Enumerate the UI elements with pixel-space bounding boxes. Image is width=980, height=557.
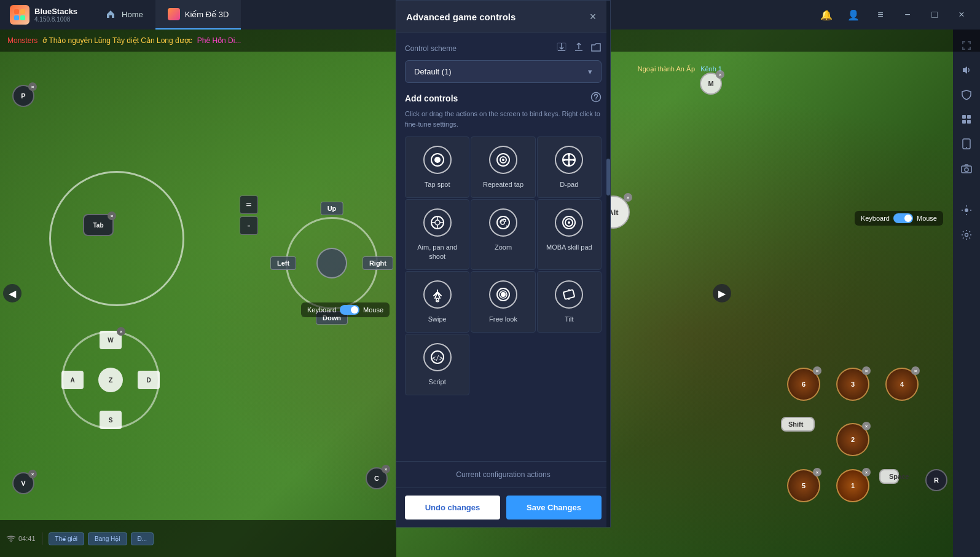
d-key[interactable]: D bbox=[138, 371, 160, 389]
w-key[interactable]: × W bbox=[100, 331, 122, 349]
r-key-badge[interactable]: R bbox=[925, 469, 947, 491]
kb-mouse-toggle-left[interactable]: Keyboard Mouse bbox=[301, 302, 390, 317]
s-key[interactable]: S bbox=[100, 411, 122, 429]
scheme-dropdown[interactable]: Default (1) ▾ bbox=[405, 60, 602, 83]
panel-close-button[interactable]: × bbox=[586, 9, 600, 24]
joystick-circle[interactable] bbox=[49, 171, 184, 306]
swipe-icon bbox=[423, 280, 452, 309]
m-key-badge[interactable]: × M bbox=[700, 73, 722, 95]
mouse-label-left: Mouse bbox=[363, 306, 383, 314]
skill-2-close[interactable]: × bbox=[862, 422, 871, 430]
skill-4-close[interactable]: × bbox=[911, 366, 920, 375]
user-icon[interactable]: 👤 bbox=[845, 6, 862, 23]
skill-4[interactable]: × 4 bbox=[885, 368, 919, 401]
skill-2[interactable]: × 2 bbox=[836, 423, 869, 456]
skill-6-label: 6 bbox=[802, 381, 806, 388]
bottom-thegoi-btn[interactable]: Thế giới bbox=[49, 532, 84, 545]
control-tilt[interactable]: Tilt bbox=[537, 271, 602, 333]
right-arrow[interactable]: Right bbox=[363, 256, 393, 270]
tab-game[interactable]: Kiếm Đế 3D bbox=[155, 0, 241, 30]
v-key-close[interactable]: × bbox=[28, 470, 37, 478]
v-key-badge[interactable]: × V bbox=[12, 472, 34, 494]
wasd-dpad[interactable]: × W S A D Z bbox=[61, 331, 160, 429]
control-aim-pan-shoot[interactable]: Aim, pan and shoot bbox=[405, 199, 469, 270]
mouse-label-right: Mouse bbox=[917, 215, 937, 222]
toggle-knob-right bbox=[904, 215, 912, 222]
p-key-close[interactable]: × bbox=[28, 82, 37, 91]
up-arrow[interactable]: Up bbox=[321, 202, 343, 215]
undo-changes-button[interactable]: Undo changes bbox=[405, 496, 500, 519]
add-controls-help-icon[interactable] bbox=[590, 92, 602, 105]
scheme-upload-icon[interactable] bbox=[573, 42, 584, 55]
tab-home[interactable]: Home bbox=[92, 0, 155, 30]
left-arrow[interactable]: Left bbox=[270, 256, 296, 270]
svg-rect-1 bbox=[20, 9, 25, 14]
svg-point-28 bbox=[568, 154, 570, 156]
skill-3[interactable]: × 3 bbox=[836, 368, 869, 401]
control-dpad[interactable]: D-pad bbox=[537, 136, 602, 198]
arrow-center bbox=[316, 248, 347, 278]
skill-4-label: 4 bbox=[900, 381, 904, 388]
close-button[interactable]: × bbox=[953, 6, 970, 23]
zoom-in-button[interactable]: = bbox=[240, 196, 258, 214]
save-changes-button[interactable]: Save Changes bbox=[506, 496, 602, 519]
skill-6[interactable]: × 6 bbox=[787, 368, 820, 401]
control-tap-spot[interactable]: Tap spot bbox=[405, 136, 469, 198]
aim-pan-shoot-label: Aim, pan and shoot bbox=[410, 243, 464, 261]
control-zoom[interactable]: Zoom bbox=[471, 199, 535, 270]
kb-toggle-switch[interactable] bbox=[340, 305, 359, 315]
skill-5[interactable]: × 5 bbox=[787, 469, 820, 502]
control-moba-skill-pad[interactable]: MOBA skill pad bbox=[537, 199, 602, 270]
svg-point-30 bbox=[563, 159, 565, 161]
app-logo: BlueStacks 4.150.8.1008 bbox=[0, 5, 87, 25]
skill-6-close[interactable]: × bbox=[813, 366, 821, 375]
control-repeated-tap[interactable]: Repeated tap bbox=[471, 136, 535, 198]
titlebar-tabs: Home Kiếm Đế 3D bbox=[92, 0, 241, 30]
control-script[interactable]: </> Script bbox=[405, 334, 469, 395]
add-controls-description: Click or drag the actions on the screen … bbox=[405, 109, 602, 129]
control-swipe[interactable]: Swipe bbox=[405, 271, 469, 333]
menu-icon[interactable]: ≡ bbox=[872, 6, 889, 23]
control-scheme-label: Control scheme bbox=[405, 44, 457, 53]
space-key[interactable]: Space bbox=[879, 469, 899, 484]
skill-3-close[interactable]: × bbox=[862, 366, 871, 375]
tap-spot-label: Tap spot bbox=[425, 180, 450, 189]
bell-icon[interactable]: 🔔 bbox=[818, 6, 835, 23]
skill-1-close[interactable]: × bbox=[862, 468, 871, 476]
maximize-button[interactable]: □ bbox=[926, 6, 943, 23]
c-key-badge[interactable]: × C bbox=[366, 467, 388, 489]
zoom-out-button[interactable]: - bbox=[240, 216, 258, 235]
free-look-icon bbox=[489, 280, 517, 309]
control-free-look[interactable]: Free look bbox=[471, 271, 535, 333]
panel-scrollbar-thumb[interactable] bbox=[606, 159, 610, 196]
moba-skill-pad-label: MOBA skill pad bbox=[546, 243, 592, 251]
skill-5-close[interactable]: × bbox=[813, 468, 821, 476]
a-key[interactable]: A bbox=[61, 371, 84, 389]
bottom-banghoi-btn[interactable]: Bang Hội bbox=[88, 532, 127, 545]
skill-1[interactable]: × 1 bbox=[836, 469, 869, 502]
scheme-folder-icon[interactable] bbox=[590, 42, 602, 55]
scheme-download-icon[interactable] bbox=[556, 42, 567, 55]
nav-right-arrow[interactable]: ▶ bbox=[713, 284, 731, 302]
svg-point-18 bbox=[10, 541, 12, 542]
top-right-info: Ngoại thành An Ấp Kênh 1 bbox=[638, 65, 722, 73]
alt-close[interactable]: × bbox=[624, 193, 632, 202]
home-tab-label: Home bbox=[122, 10, 143, 19]
free-look-label: Free look bbox=[489, 315, 517, 323]
minimize-button[interactable]: − bbox=[899, 6, 916, 23]
control-scheme-section: Control scheme bbox=[405, 42, 602, 83]
w-close[interactable]: × bbox=[117, 327, 125, 336]
bottom-dth-btn[interactable]: Đ... bbox=[131, 532, 154, 545]
c-key-close[interactable]: × bbox=[382, 465, 390, 473]
kb-toggle-switch-right[interactable] bbox=[893, 213, 913, 223]
kb-mouse-toggle-right[interactable]: Keyboard Mouse bbox=[855, 211, 943, 226]
nav-left-arrow[interactable]: ◀ bbox=[3, 284, 22, 302]
tap-spot-icon bbox=[423, 146, 452, 174]
logo-icon bbox=[10, 5, 29, 25]
moba-skill-pad-icon bbox=[555, 208, 583, 237]
p-key-badge[interactable]: × P bbox=[12, 85, 34, 107]
current-config-label: Current configuration actions bbox=[405, 467, 602, 483]
svg-point-26 bbox=[502, 159, 504, 161]
shift-key[interactable]: Shift bbox=[781, 417, 815, 432]
time-display: 04:41 bbox=[18, 535, 36, 542]
